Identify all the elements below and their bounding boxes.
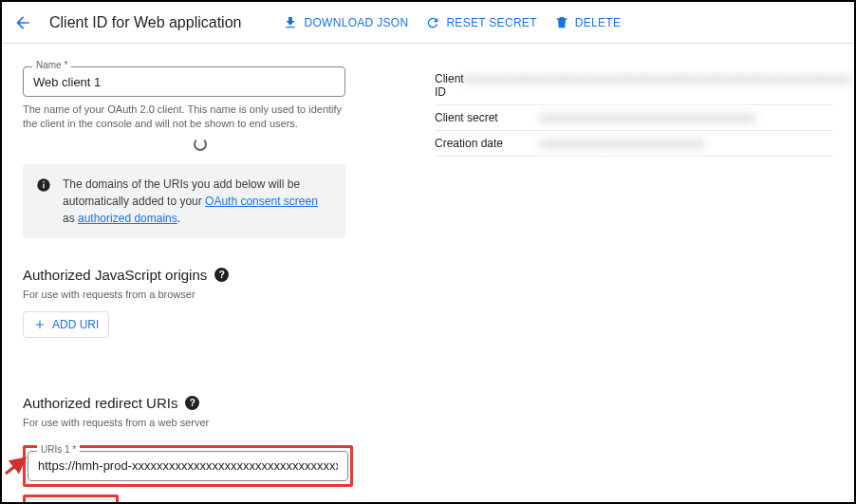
info-mid: as [63,212,78,225]
trash-icon [554,15,569,30]
name-helper: The name of your OAuth 2.0 client. This … [23,103,345,132]
table-row: Creation date xxxxxxxxxxxxxxxxxxxxxxxxxx… [435,131,833,157]
redirect-section: Authorized redirect URIs ? For use with … [23,395,378,504]
info-post: . [177,212,180,225]
refresh-icon [425,15,440,30]
redirect-uri-input[interactable] [28,451,348,481]
header-bar: Client ID for Web application DOWNLOAD J… [2,2,854,44]
back-icon[interactable] [13,13,32,32]
client-id-label: Client ID [435,72,464,99]
client-secret-label: Client secret [435,111,539,124]
client-id-value: xxxxxxxxxxxxxxxxxxxxxxxxxxxxxxxxxxxxxxxx… [464,72,851,99]
uri-highlight: URIs 1 * [23,445,353,487]
redirect-title: Authorized redirect URIs [23,395,177,411]
add-uri-js-button[interactable]: ADD URI [23,311,109,338]
uri-label: URIs 1 * [37,444,80,455]
help-icon[interactable]: ? [214,268,229,282]
name-field-wrap: Name * [23,66,378,97]
main-content: Name * The name of your OAuth 2.0 client… [2,44,854,504]
delete-button[interactable]: DELETE [554,15,621,30]
redirect-sub: For use with requests from a web server [23,417,378,428]
authorized-domains-link[interactable]: authorized domains [78,212,177,225]
info-banner: The domains of the URIs you add below wi… [23,164,345,238]
left-column: Name * The name of your OAuth 2.0 client… [23,66,378,504]
redirect-uri-group: URIs 1 * [23,445,378,487]
reset-label: RESET SECRET [446,16,536,29]
credentials-table: Client ID xxxxxxxxxxxxxxxxxxxxxxxxxxxxxx… [435,66,833,157]
creation-date-label: Creation date [435,137,539,150]
redirect-heading: Authorized redirect URIs ? [23,395,378,411]
page-title: Client ID for Web application [49,14,241,31]
loading-spinner-icon [194,138,207,151]
creation-date-value: xxxxxxxxxxxxxxxxxxxxxxxxxxxxx [539,137,833,150]
download-label: DOWNLOAD JSON [304,16,408,29]
plus-icon [33,318,47,331]
add-uri-highlight: ADD URI [23,495,119,504]
download-json-button[interactable]: DOWNLOAD JSON [283,15,408,30]
table-row: Client ID xxxxxxxxxxxxxxxxxxxxxxxxxxxxxx… [435,66,833,105]
add-uri-redirect-button[interactable]: ADD URI [28,499,114,504]
help-icon[interactable]: ? [185,396,199,410]
name-label: Name * [32,60,71,70]
add-uri-js-label: ADD URI [52,318,99,331]
download-icon [283,15,298,30]
right-column: Client ID xxxxxxxxxxxxxxxxxxxxxxxxxxxxxx… [435,66,833,504]
table-row: Client secret xxxxxxxxxxxxxxxxxxxxxxxxxx… [435,105,833,131]
name-input[interactable] [23,66,345,97]
js-origins-heading: Authorized JavaScript origins ? [23,267,378,283]
oauth-consent-link[interactable]: OAuth consent screen [205,195,318,208]
js-origins-title: Authorized JavaScript origins [23,267,207,283]
client-secret-value: xxxxxxxxxxxxxxxxxxxxxxxxxxxxxxxxxxxxxx [539,111,833,124]
info-icon [36,177,51,193]
info-text: The domains of the URIs you add below wi… [63,176,332,227]
svg-rect-2 [43,181,44,182]
reset-secret-button[interactable]: RESET SECRET [425,15,536,30]
js-origins-sub: For use with requests from a browser [23,289,378,300]
delete-label: DELETE [575,16,621,29]
svg-rect-1 [43,183,44,188]
